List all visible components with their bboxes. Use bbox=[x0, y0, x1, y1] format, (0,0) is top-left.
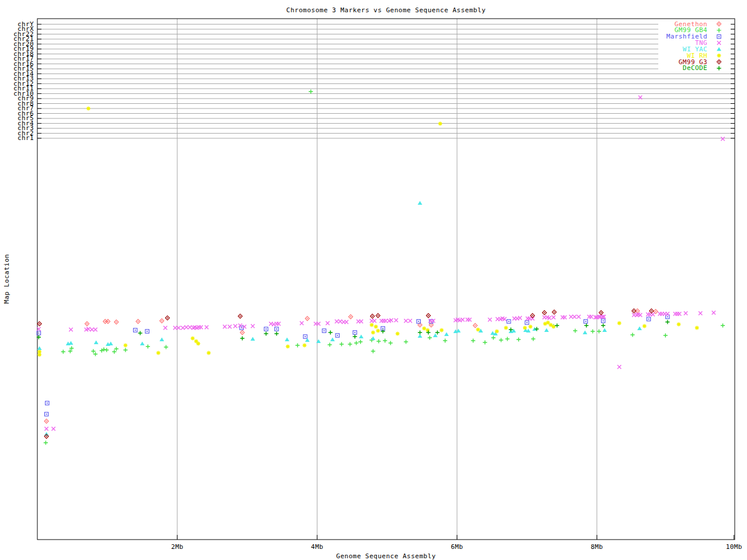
y-tick-label-chr1: chr1 bbox=[18, 134, 34, 142]
point-gm99_g3 bbox=[650, 309, 654, 313]
point-tng bbox=[359, 320, 363, 323]
legend-marker-wi_rh bbox=[717, 54, 721, 58]
point-gm99_gb4 bbox=[376, 339, 381, 343]
point-tng bbox=[577, 315, 580, 318]
point-decode bbox=[264, 331, 268, 335]
point-tng bbox=[51, 427, 55, 430]
point-wi_yac bbox=[159, 337, 164, 341]
point-wi_rh bbox=[374, 325, 378, 329]
x-tick-label-4Mb: 4Mb bbox=[311, 543, 323, 551]
point-wi_rh bbox=[191, 337, 195, 341]
point-marshfield bbox=[275, 327, 278, 331]
point-genethon bbox=[114, 320, 118, 324]
point-tng bbox=[205, 326, 208, 329]
point-genethon bbox=[473, 323, 477, 327]
point-wi_yac bbox=[602, 328, 607, 332]
scatter-plot-canvas: chrYchrXchr22chr21chr20chr19chr18chr17ch… bbox=[0, 0, 747, 560]
point-gm99_gb4 bbox=[664, 333, 668, 337]
point-tng bbox=[530, 317, 534, 320]
point-wi_rh bbox=[302, 344, 306, 348]
point-genethon bbox=[305, 316, 309, 320]
point-tng bbox=[188, 326, 191, 329]
point-wi_yac bbox=[140, 341, 145, 345]
point-wi_rh bbox=[37, 353, 41, 357]
point-gm99_g3 bbox=[165, 316, 169, 320]
point-decode bbox=[274, 331, 278, 335]
point-gm99_gb4 bbox=[531, 337, 535, 341]
point-wi_yac bbox=[444, 332, 449, 336]
point-gm99_gb4 bbox=[491, 335, 495, 340]
point-gm99_g3 bbox=[37, 321, 41, 326]
point-genethon bbox=[103, 319, 107, 323]
point-wi_rh bbox=[643, 324, 647, 328]
point-tng bbox=[181, 326, 184, 330]
point-wi_yac bbox=[433, 333, 438, 337]
point-gm99_gb4 bbox=[721, 323, 725, 327]
x-tick-label-6Mb: 6Mb bbox=[451, 543, 463, 551]
point-marshfield bbox=[264, 327, 268, 331]
point-gm99_gb4 bbox=[112, 349, 116, 354]
point-gm99_gb4 bbox=[354, 341, 358, 345]
point-tng bbox=[589, 315, 593, 318]
point-wi_rh bbox=[370, 323, 374, 327]
point-tng bbox=[277, 322, 280, 326]
point-gm99_g3 bbox=[552, 310, 556, 314]
point-tng bbox=[69, 328, 72, 331]
point-gm99_g3 bbox=[426, 313, 430, 317]
point-decode bbox=[353, 334, 357, 338]
point-gm99_gb4 bbox=[471, 338, 475, 342]
point-tng bbox=[617, 365, 621, 369]
point-gm99_gb4 bbox=[309, 89, 313, 93]
point-wi_rh bbox=[156, 351, 160, 355]
point-tng bbox=[163, 326, 167, 330]
point-wi_rh bbox=[425, 328, 430, 332]
point-tng bbox=[712, 311, 715, 314]
point-gm99_gb4 bbox=[164, 345, 168, 349]
point-tng bbox=[563, 316, 567, 319]
point-gm99_gb4 bbox=[573, 328, 577, 332]
point-gm99_gb4 bbox=[358, 340, 362, 344]
point-marshfield bbox=[525, 321, 529, 324]
point-gm99_gb4 bbox=[443, 338, 447, 342]
point-wi_rh bbox=[86, 107, 90, 111]
point-marshfield bbox=[46, 401, 49, 405]
point-wi_rh bbox=[124, 344, 128, 348]
point-decode bbox=[381, 329, 385, 333]
point-wi_rh bbox=[376, 329, 380, 333]
point-decode bbox=[435, 330, 439, 334]
point-wi_yac bbox=[37, 346, 42, 350]
point-tng bbox=[678, 312, 681, 316]
point-wi_rh bbox=[529, 325, 533, 329]
point-genethon bbox=[44, 419, 48, 423]
point-wi_yac bbox=[418, 201, 423, 205]
point-decode bbox=[138, 331, 142, 335]
point-gm99_gb4 bbox=[123, 348, 127, 352]
point-gm99_gb4 bbox=[499, 338, 503, 342]
point-decode bbox=[329, 330, 333, 334]
point-gm99_gb4 bbox=[44, 440, 48, 444]
point-tng bbox=[699, 312, 702, 315]
point-tng bbox=[184, 326, 188, 329]
point-gm99_gb4 bbox=[630, 332, 634, 337]
point-genethon bbox=[106, 319, 110, 323]
point-marshfield bbox=[44, 412, 48, 416]
point-tng bbox=[326, 321, 329, 325]
point-wi_yac bbox=[285, 337, 289, 341]
point-gm99_gb4 bbox=[114, 346, 118, 351]
point-wi_rh bbox=[677, 323, 681, 327]
x-tick-label-2Mb: 2Mb bbox=[171, 543, 183, 551]
point-marshfield bbox=[601, 319, 605, 323]
point-wi_rh bbox=[495, 330, 499, 334]
point-tng bbox=[721, 137, 724, 141]
point-marshfield bbox=[303, 335, 307, 338]
point-tng bbox=[573, 315, 576, 318]
point-wi_rh bbox=[286, 345, 290, 349]
point-genethon bbox=[240, 330, 245, 334]
point-gm99_gb4 bbox=[483, 340, 487, 344]
point-wi_yac bbox=[637, 326, 642, 330]
point-wi_yac bbox=[330, 337, 335, 341]
plot-frame bbox=[37, 19, 735, 540]
point-gm99_gb4 bbox=[505, 337, 509, 341]
point-tng bbox=[551, 316, 555, 319]
point-wi_rh bbox=[207, 351, 211, 355]
